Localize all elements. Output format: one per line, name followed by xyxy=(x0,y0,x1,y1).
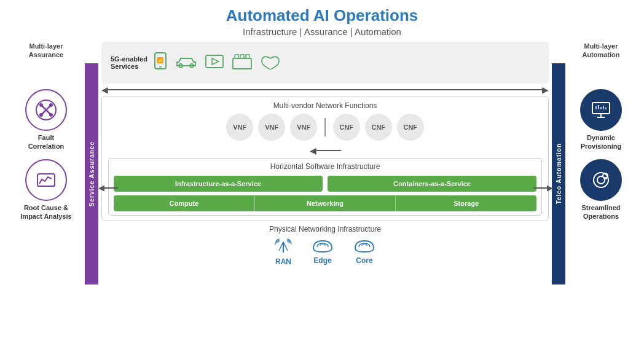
nf-pill-cnf-3: CNF xyxy=(397,114,424,141)
main-box: Multi-vendor Network Functions VNF VNF V… xyxy=(101,96,549,221)
svg-rect-28 xyxy=(233,58,251,69)
right-center-arrow: ▶ xyxy=(533,183,553,192)
arrow-left-inner: ◀ xyxy=(310,146,316,155)
arrow-to-hsi: ◀ xyxy=(108,146,542,155)
iaas-bar: Infrastructure-as-a-Service xyxy=(114,176,323,192)
left-arrow-line xyxy=(104,187,118,189)
left-icons-group: FaultCorrelation Root Cause &Impact Anal… xyxy=(20,89,71,230)
network-nodes: RAN Edge xyxy=(101,237,549,266)
core-label: Core xyxy=(356,256,372,265)
caas-bar: Containers-as-a-Service xyxy=(328,176,536,192)
left-sidebar: Multi-layerAssurance FaultCorrelation xyxy=(6,42,86,312)
telco-automation-label: Telco Automation xyxy=(556,143,562,204)
industry-icon xyxy=(232,53,252,72)
service-assurance-bar: Service Assurance xyxy=(85,63,98,284)
health-icon xyxy=(261,53,280,72)
long-arrow: ◀ ▶ xyxy=(101,85,549,95)
telco-automation-bar: Telco Automation xyxy=(552,63,565,284)
right-arrow-head: ▶ xyxy=(547,183,553,192)
center-content: 5G-enabledServices 📶 xyxy=(101,42,549,341)
left-arrow-head: ◀ xyxy=(98,183,104,192)
green-bar-row: Infrastructure-as-a-Service Containers-a… xyxy=(114,176,536,192)
dynamic-provisioning-label: DynamicProvisioning xyxy=(581,133,622,151)
networking-seg: Networking xyxy=(255,195,396,211)
nf-title: Multi-vendor Network Functions xyxy=(108,101,542,110)
main-container: Automated AI Operations Infrastructure |… xyxy=(0,0,644,341)
fault-correlation-icon xyxy=(25,89,67,131)
ran-label: RAN xyxy=(275,257,291,266)
service-assurance-label: Service Assurance xyxy=(88,141,95,206)
svg-point-6 xyxy=(49,113,53,117)
root-cause-label: Root Cause &Impact Analysis xyxy=(20,203,71,221)
services-band: 5G-enabledServices 📶 xyxy=(101,42,549,84)
car-icon xyxy=(176,55,197,71)
compute-seg: Compute xyxy=(114,195,255,211)
nf-section: Multi-vendor Network Functions VNF VNF V… xyxy=(108,101,542,141)
fault-correlation-label: FaultCorrelation xyxy=(28,133,65,151)
svg-point-3 xyxy=(39,103,43,107)
right-sidebar: Multi-layerAutomation DynamicProvisionin… xyxy=(564,42,638,312)
svg-marker-27 xyxy=(212,58,219,65)
arrow-right-head: ▶ xyxy=(542,85,549,95)
title-section: Automated AI Operations Infrastructure |… xyxy=(0,0,644,37)
core-icon xyxy=(353,237,376,254)
right-icons-group: DynamicProvisioning StreamlinedOperation… xyxy=(580,89,622,230)
services-icons: 📶 xyxy=(154,52,280,73)
nf-pill-vnf-2: VNF xyxy=(258,114,285,141)
left-center-arrow: ◀ xyxy=(98,183,118,192)
nf-pill-cnf-2: CNF xyxy=(365,114,392,141)
hsi-box: Horizontal Software Infrastructure Infra… xyxy=(108,158,542,216)
nf-pills: VNF VNF VNF CNF CNF CNF xyxy=(108,114,542,141)
arrow-left-head: ◀ xyxy=(101,85,108,95)
arrow-inner-line xyxy=(316,150,341,151)
multi-layer-assurance-label: Multi-layerAssurance xyxy=(29,42,63,60)
services-label: 5G-enabledServices xyxy=(111,55,147,70)
streamlined-operations-label: StreamlinedOperations xyxy=(582,203,621,221)
arrow-line xyxy=(108,89,542,90)
edge-icon xyxy=(311,237,334,254)
main-title: Automated AI Operations xyxy=(0,6,644,25)
svg-point-17 xyxy=(594,173,608,187)
svg-rect-29 xyxy=(235,55,238,58)
right-arrow-line xyxy=(533,187,547,189)
streamlined-operations-icon xyxy=(580,159,622,201)
svg-point-5 xyxy=(49,103,53,107)
edge-node: Edge xyxy=(311,237,334,265)
multi-layer-automation-label: Multi-layerAutomation xyxy=(582,42,619,60)
physical-section: Physical Networking Infrastructure xyxy=(101,225,549,266)
video-icon xyxy=(205,54,224,71)
hsi-title: Horizontal Software Infrastructure xyxy=(114,162,536,171)
dynamic-provisioning-icon xyxy=(580,89,622,131)
svg-text:📶: 📶 xyxy=(157,57,164,64)
svg-point-4 xyxy=(39,113,43,117)
nf-divider xyxy=(324,118,326,136)
svg-rect-30 xyxy=(240,55,244,58)
compute-network-storage-bar: Compute Networking Storage xyxy=(114,195,536,211)
storage-seg: Storage xyxy=(396,195,536,211)
mobile-icon: 📶 xyxy=(154,52,167,73)
svg-rect-26 xyxy=(206,55,223,68)
svg-rect-31 xyxy=(246,55,249,58)
nf-pill-vnf-3: VNF xyxy=(290,114,317,141)
physical-title: Physical Networking Infrastructure xyxy=(101,225,549,233)
root-cause-icon xyxy=(25,159,67,201)
edge-label: Edge xyxy=(313,256,331,265)
core-node: Core xyxy=(353,237,376,265)
sub-title: Infrastructure | Assurance | Automation xyxy=(0,26,644,37)
nf-pill-cnf-1: CNF xyxy=(333,114,360,141)
diagram-area: Multi-layerAssurance FaultCorrelation xyxy=(6,42,638,341)
nf-pill-vnf-1: VNF xyxy=(226,114,253,141)
ran-icon xyxy=(274,237,293,256)
ran-node: RAN xyxy=(274,237,293,266)
